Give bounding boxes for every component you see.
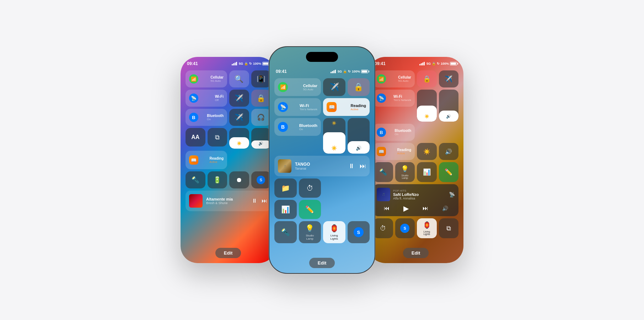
bt-sublabel-left: On — [207, 118, 224, 121]
right-shazam-tile[interactable]: S — [395, 218, 415, 238]
wifi-icon-center: 📡 — [278, 102, 288, 112]
center-shazam-tile[interactable]: S — [348, 221, 370, 243]
bt-icon-left: B — [189, 113, 198, 122]
side-btn-right — [375, 86, 375, 100]
bt-label-center: Bluetooth — [299, 123, 317, 128]
right-audio-btn[interactable]: 🔊 — [442, 206, 448, 211]
right-brightness-tile[interactable]: ☀️ — [417, 143, 437, 160]
right-status-bar: 09:41 5G 🔒 ↻ 100% — [373, 57, 458, 68]
right-phone: 09:41 5G 🔒 ↻ 100% 📶 Cellular — [368, 57, 463, 263]
right-status-icons: 5G 🔒 ↻ 100% — [419, 62, 457, 65]
center-focus-tile[interactable]: 📁 — [274, 178, 297, 198]
center-music-controls: ⏸ ⏭ — [348, 162, 366, 170]
center-studiolamp-tile[interactable]: 💡 StudioLamp — [299, 221, 321, 243]
right-screenmirror-tile[interactable]: ⧉ — [439, 218, 459, 238]
left-next-btn[interactable]: ⏭ — [262, 198, 267, 204]
center-battery-pct: 100% — [352, 70, 360, 73]
center-row3: B Bluetooth On ☀️ ☀️ 🔊 — [274, 118, 370, 154]
center-5g: 5G — [338, 70, 342, 73]
left-shazam-tile[interactable]: S — [251, 171, 271, 188]
center-wave-tile[interactable]: 📊 — [274, 200, 297, 219]
center-volume-slider[interactable]: 🔊 — [348, 118, 370, 154]
left-record-tile[interactable]: ⏺ — [229, 171, 249, 188]
right-studiolamp-tile[interactable]: 💡 StudioLamp — [395, 162, 415, 182]
left-magnify-tile[interactable]: 🔍 — [229, 70, 249, 87]
right-reading-tile[interactable]: 📖 Reading Active — [373, 143, 415, 160]
phones-container: 09:41 5G 🔒 ↻ 100% 📶 Cellular — [181, 46, 463, 274]
center-bt-tile[interactable]: B Bluetooth On — [274, 118, 321, 136]
reading-sublabel-left: Active — [210, 160, 224, 164]
left-battery-tile[interactable]: 🔋 — [208, 171, 227, 188]
center-reading-tile[interactable]: 📖 Reading Active — [323, 98, 370, 116]
right-lock-tile[interactable]: 🔒 — [417, 70, 437, 87]
right-prev-btn[interactable]: ⏮ — [384, 205, 390, 212]
center-lock-tile[interactable]: 🔒 — [348, 78, 370, 96]
wifi-sublabel-center: Tim's Network — [300, 108, 317, 111]
volume-icon-right: 🔊 — [446, 114, 451, 119]
left-music-widget[interactable]: Altamente mia Bresh & Shune ⏸ ⏭ — [186, 191, 271, 211]
left-bt-tile[interactable]: B Bluetooth On — [186, 109, 227, 126]
center-music-title: TANGO — [295, 162, 345, 167]
left-torch-tile[interactable]: 🔦 — [186, 171, 205, 188]
center-livinglights-tile[interactable]: 🏮 LivingLights — [323, 221, 345, 243]
bt-sublabel-center: On — [299, 128, 317, 131]
center-brightness-slider[interactable]: ☀️ ☀️ — [323, 118, 345, 154]
left-edit-btn[interactable]: Edit — [215, 248, 241, 258]
left-headphones-tile[interactable]: 🎧 — [251, 109, 271, 126]
right-play-btn[interactable]: ▶ — [403, 204, 409, 213]
center-music-widget[interactable]: 🎵 TANGO Tananai ⏸ ⏭ — [274, 156, 370, 176]
left-voicemail-tile[interactable]: 📳 — [251, 70, 271, 87]
right-music-widget[interactable]: 🎵 POP HITS SaN LoReNzo Alfa ft. Annalisa… — [373, 184, 458, 216]
center-plane-tile[interactable]: ✈️ — [323, 78, 345, 96]
left-brightness-slider[interactable]: ☀️ — [229, 128, 249, 149]
right-timer-tile[interactable]: ⏱ — [373, 218, 393, 238]
left-pause-btn[interactable]: ⏸ — [252, 198, 257, 204]
left-cellular-tile[interactable]: 📶 Cellular 5G Auto — [186, 70, 227, 87]
center-wifi-tile[interactable]: 📡 Wi-Fi Tim's Network — [274, 98, 321, 116]
center-edit-btn[interactable]: Edit — [309, 258, 335, 268]
right-bt-tile[interactable]: B Bluetooth On — [373, 124, 415, 141]
center-status-bar: 09:41 5G 🔒 ↻ 100% — [274, 65, 370, 76]
right-wave-tile[interactable]: 📊 — [417, 162, 437, 182]
center-scribble-tile[interactable]: ✏️ — [299, 200, 321, 219]
right-music-widget-top: 🎵 POP HITS SaN LoReNzo Alfa ft. Annalisa… — [377, 188, 455, 201]
left-reading-tile[interactable]: 📖 Reading Active — [186, 151, 227, 169]
right-livinglights-tile[interactable]: 🏮 LivingLights — [417, 218, 437, 238]
center-timer-tile[interactable]: ⏱ — [299, 178, 321, 198]
right-volume-slider[interactable]: 🔊 — [439, 90, 459, 122]
right-battery-pct: 100% — [441, 62, 449, 65]
left-row2: 📡 Wi-Fi Off ✈️ 🔒 — [186, 90, 271, 107]
right-music-art: 🎵 — [377, 188, 390, 201]
right-torch-tile[interactable]: 🔦 — [373, 162, 393, 182]
right-row1: 📶 Cellular 5G Auto 🔒 ✈️ — [373, 70, 458, 87]
right-plane-tile[interactable]: ✈️ — [439, 70, 459, 87]
left-music-controls: ⏸ ⏭ — [252, 198, 267, 204]
right-brightness-slider[interactable]: ☀️ — [417, 90, 437, 122]
right-edit-btn[interactable]: Edit — [403, 248, 429, 258]
right-music-artist: Alfa ft. Annalisa — [393, 197, 446, 200]
left-volume-slider[interactable]: 🔊 — [251, 128, 271, 149]
right-music-airplay[interactable]: 📡 — [449, 192, 455, 197]
left-screenmirror-tile[interactable]: ⧉ — [208, 128, 227, 146]
center-torch-tile[interactable]: 🔦 — [274, 221, 297, 243]
left-lock-tile[interactable]: 🔒 — [251, 90, 271, 107]
center-time: 09:41 — [276, 69, 287, 74]
left-screen-content: 09:41 5G 🔒 ↻ 100% 📶 Cellular — [181, 57, 276, 263]
right-volume-tile[interactable]: 🔊 — [439, 143, 459, 160]
right-wifi-tile[interactable]: 📡 Wi-Fi Tim's Network — [373, 90, 415, 107]
center-cellular-tile[interactable]: 📶 Cellular 5G Auto — [274, 78, 321, 96]
bt-label-left: Bluetooth — [207, 114, 224, 118]
center-next-btn[interactable]: ⏭ — [360, 162, 366, 170]
right-cellular-tile[interactable]: 📶 Cellular 5G Auto — [373, 70, 415, 87]
cellular-info-center: Cellular 5G Auto — [303, 84, 317, 91]
right-music-info: POP HITS SaN LoReNzo Alfa ft. Annalisa — [393, 189, 446, 200]
right-next-btn[interactable]: ⏭ — [423, 205, 428, 212]
left-plane-tile[interactable]: ✈️ — [229, 90, 249, 107]
left-plane2-tile[interactable]: ✈️ — [229, 109, 249, 126]
right-scribble-tile[interactable]: ✏️ — [439, 162, 459, 182]
center-pause-btn[interactable]: ⏸ — [348, 162, 355, 170]
left-text-tile[interactable]: AA — [186, 128, 205, 146]
dynamic-island — [306, 52, 338, 62]
studio-lamp-icon-right: 💡 — [401, 165, 409, 173]
left-wifi-tile[interactable]: 📡 Wi-Fi Off — [186, 90, 227, 107]
